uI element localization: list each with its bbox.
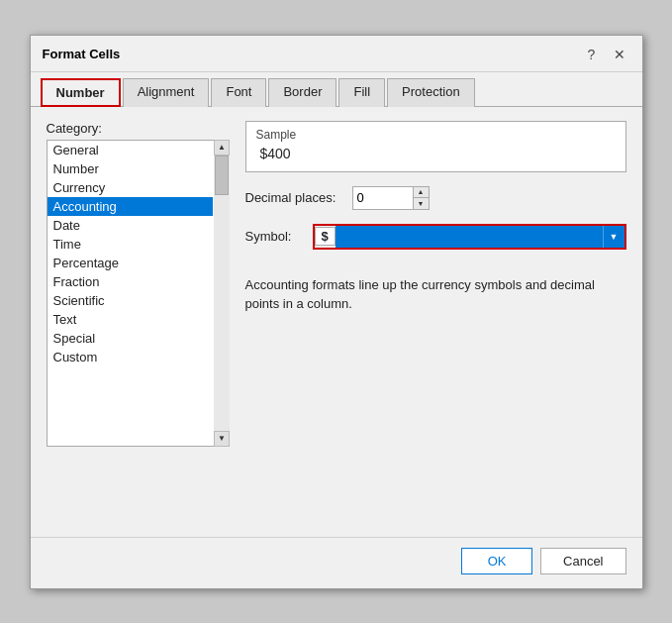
decimal-down-btn[interactable]: ▼: [414, 198, 429, 209]
dialog-title: Format Cells: [43, 47, 121, 61]
symbol-row: Symbol: $ ▼: [245, 224, 626, 250]
decimal-input[interactable]: [353, 187, 413, 209]
category-item[interactable]: Text: [48, 310, 213, 329]
scrollbar: ▲ ▼: [214, 140, 230, 447]
scroll-thumb: [215, 156, 229, 195]
category-item[interactable]: Percentage: [48, 254, 213, 272]
scroll-up-btn[interactable]: ▲: [214, 140, 230, 156]
category-list[interactable]: GeneralNumberCurrencyAccountingDateTimeP…: [47, 140, 230, 447]
category-item[interactable]: Time: [48, 235, 213, 254]
symbol-label: Symbol:: [245, 229, 305, 244]
category-list-wrapper: GeneralNumberCurrencyAccountingDateTimeP…: [47, 140, 230, 447]
cancel-button[interactable]: Cancel: [540, 548, 625, 574]
dialog-footer: OK Cancel: [31, 537, 642, 588]
category-items: GeneralNumberCurrencyAccountingDateTimeP…: [48, 141, 213, 446]
category-item[interactable]: Custom: [48, 348, 213, 366]
category-item[interactable]: Date: [48, 216, 213, 235]
title-bar-buttons: ? ✕: [581, 44, 630, 65]
symbol-container: $ ▼: [313, 224, 626, 250]
scroll-down-btn[interactable]: ▼: [214, 431, 230, 447]
symbol-blue-fill: [336, 226, 603, 248]
decimal-row: Decimal places: ▲ ▼: [245, 186, 626, 210]
decimal-label: Decimal places:: [245, 190, 344, 205]
category-item[interactable]: Number: [48, 159, 213, 178]
title-bar: Format Cells ? ✕: [31, 36, 642, 72]
decimal-input-wrap: ▲ ▼: [352, 186, 430, 210]
close-button[interactable]: ✕: [609, 44, 630, 65]
tab-content: Category: GeneralNumberCurrencyAccountin…: [31, 106, 642, 537]
sample-value: $400: [256, 146, 616, 161]
category-item[interactable]: General: [48, 141, 213, 159]
tab-fill[interactable]: Fill: [338, 78, 385, 107]
category-item[interactable]: Currency: [48, 178, 213, 197]
decimal-up-btn[interactable]: ▲: [414, 187, 429, 199]
symbol-dropdown-btn[interactable]: ▼: [603, 226, 624, 248]
decimal-spinner: ▲ ▼: [413, 187, 429, 209]
sample-box: Sample $400: [245, 121, 626, 172]
symbol-value: $: [315, 227, 336, 246]
right-panel: Sample $400 Decimal places: ▲ ▼: [245, 121, 626, 447]
left-panel: Category: GeneralNumberCurrencyAccountin…: [47, 121, 230, 447]
format-cells-dialog: Format Cells ? ✕ Number Alignment Font B…: [30, 35, 643, 589]
category-item[interactable]: Fraction: [48, 272, 213, 291]
tab-protection[interactable]: Protection: [387, 78, 475, 107]
category-label: Category:: [47, 121, 230, 136]
tab-bar: Number Alignment Font Border Fill Protec…: [31, 72, 642, 106]
tab-font[interactable]: Font: [211, 78, 266, 107]
tab-border[interactable]: Border: [268, 78, 336, 107]
scroll-track: [214, 156, 230, 431]
main-layout: Category: GeneralNumberCurrencyAccountin…: [47, 121, 626, 447]
category-item[interactable]: Special: [48, 329, 213, 348]
tab-number[interactable]: Number: [41, 78, 121, 107]
category-item[interactable]: Scientific: [48, 291, 213, 310]
sample-label: Sample: [256, 128, 616, 142]
ok-button[interactable]: OK: [461, 548, 532, 574]
description: Accounting formats line up the currency …: [245, 275, 626, 314]
help-button[interactable]: ?: [581, 44, 603, 65]
category-item[interactable]: Accounting: [48, 197, 213, 216]
tab-alignment[interactable]: Alignment: [123, 78, 210, 107]
symbol-select-wrapper: ▼: [336, 226, 624, 248]
